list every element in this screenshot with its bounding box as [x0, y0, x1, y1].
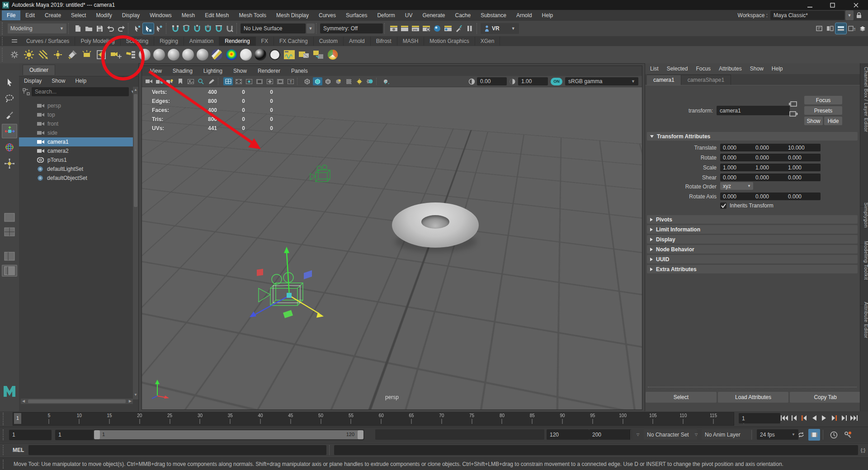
section-pivots[interactable]: Pivots [647, 215, 858, 224]
animation-preferences-icon[interactable] [808, 429, 820, 441]
outliner-item-pTorus1[interactable]: pTorus1 [19, 155, 133, 164]
ae-menu-attributes[interactable]: Attributes [715, 64, 746, 73]
time-preferences-clock-icon[interactable] [828, 429, 839, 440]
move-manipulator[interactable] [240, 179, 339, 324]
ambient-light-shelf-icon[interactable] [51, 47, 65, 62]
phong-e-sphere-shelf-icon[interactable] [195, 47, 210, 62]
range-handle-left[interactable] [94, 430, 100, 439]
manipulator-center[interactable] [287, 293, 292, 298]
menu-surfaces[interactable]: Surfaces [341, 10, 372, 20]
time-slider[interactable]: 1 51015202530354045505560657075808590951… [13, 412, 734, 426]
lambert-sphere-shelf-icon[interactable] [152, 47, 166, 62]
transform-name-field[interactable]: camera1 [717, 106, 790, 115]
presets-button[interactable]: Presets [804, 106, 842, 115]
shelf-tab-mash[interactable]: MASH [397, 37, 425, 46]
section-node-behavior[interactable]: Node Behavior [647, 245, 858, 254]
mel-input[interactable] [28, 445, 326, 455]
scroll-down-icon[interactable]: ▼ [134, 393, 137, 397]
dock-tab-attribute-editor[interactable]: Attribute Editor [860, 298, 868, 419]
textured-mode-icon[interactable] [323, 77, 333, 85]
use-background-shader-shelf-icon[interactable] [268, 47, 282, 62]
shelf-menu-icon[interactable] [12, 39, 18, 43]
safe-action-icon[interactable] [275, 77, 285, 85]
move-tool-button[interactable] [2, 124, 17, 138]
new-scene-icon[interactable] [72, 23, 83, 34]
hide-button[interactable]: Hide [824, 117, 842, 125]
rotate-axis-z-field[interactable]: 0.000 [785, 193, 821, 200]
pin-tab-icon[interactable] [789, 100, 798, 108]
color-management-toggle[interactable]: ON [551, 78, 562, 85]
rotate-tool-button[interactable] [2, 140, 17, 155]
phong-sphere-shelf-icon[interactable] [181, 47, 195, 62]
menu-cache[interactable]: Cache [450, 10, 476, 20]
outliner-vscrollbar[interactable]: ▲ ▼ [133, 87, 138, 400]
step-back-frame-button[interactable] [789, 413, 799, 423]
paint-effects-icon[interactable] [453, 23, 464, 34]
motion-blur-toggle-icon[interactable] [365, 77, 374, 85]
menu-set-selector[interactable]: Modeling▼ [7, 23, 67, 34]
shelf-tab-xgen[interactable]: XGen [475, 37, 500, 46]
redo-icon[interactable] [116, 23, 127, 34]
use-all-lights-icon[interactable] [334, 77, 343, 85]
image-plane-icon[interactable] [186, 77, 195, 85]
ae-menu-focus[interactable]: Focus [692, 64, 715, 73]
menu-mesh-display[interactable]: Mesh Display [271, 10, 314, 20]
shelf-tab-bifrost[interactable]: Bifrost [371, 37, 397, 46]
workspace-dropdown-arrow-icon[interactable]: ▼ [845, 10, 854, 20]
range-handle-right[interactable] [358, 430, 363, 439]
shelf-tab-animation[interactable]: Animation [184, 37, 219, 46]
snap-projected-center-icon[interactable] [203, 23, 213, 34]
plane-handle-green[interactable] [283, 310, 293, 318]
scroll-up-icon[interactable]: ▲ [134, 88, 137, 92]
ramp-shader-shelf-icon[interactable] [224, 47, 239, 62]
shadows-toggle-icon[interactable] [344, 77, 354, 85]
outliner-item-camera1[interactable]: camera1 [19, 137, 133, 146]
current-time-marker[interactable]: 1 [14, 413, 21, 424]
playback-start-field[interactable]: 1 [55, 430, 98, 440]
shear-z-field[interactable]: 0.000 [785, 174, 821, 181]
go-to-start-button[interactable] [779, 413, 789, 423]
snap-curve-icon[interactable] [181, 23, 192, 34]
scale-y-field[interactable]: 1.000 [753, 164, 788, 171]
safe-title-icon[interactable]: T [286, 77, 295, 85]
bookmark-icon[interactable] [175, 77, 185, 85]
translate-y-field[interactable]: 0.000 [753, 144, 788, 151]
undo-icon[interactable] [105, 23, 116, 34]
lasso-tool-button[interactable] [2, 91, 17, 106]
render-setup-icon[interactable] [443, 23, 453, 34]
ae-menu-list[interactable]: List [646, 64, 663, 73]
minimize-button[interactable] [798, 0, 821, 10]
menu-curves[interactable]: Curves [314, 10, 341, 20]
menu-mesh[interactable]: Mesh [177, 10, 200, 20]
rotate-z-field[interactable]: 0.000 [785, 154, 821, 161]
snap-point-icon[interactable] [192, 23, 203, 34]
menu-edit-mesh[interactable]: Edit Mesh [200, 10, 234, 20]
animation-end-field[interactable]: 200 [589, 429, 632, 440]
snap-view-plane-icon[interactable] [213, 23, 224, 34]
plane-handle-red[interactable] [257, 269, 263, 276]
shear-y-field[interactable]: 0.000 [753, 174, 788, 181]
range-slider-bar[interactable]: 1 120 [94, 430, 363, 439]
section-display[interactable]: Display [647, 235, 858, 244]
select-tool-button[interactable] [2, 75, 17, 89]
shaded-mode-icon[interactable] [313, 77, 322, 85]
step-back-key-button[interactable] [799, 413, 809, 423]
tool-settings-icon[interactable] [814, 23, 825, 34]
menu-edit[interactable]: Edit [20, 10, 40, 20]
select-hierarchy-icon[interactable] [132, 23, 143, 34]
maximize-button[interactable] [821, 0, 844, 10]
viewport-menu-renderer[interactable]: Renderer [252, 66, 286, 75]
rotate-y-field[interactable]: 0.000 [753, 154, 788, 161]
modeling-toolkit-toggle-icon[interactable]: T [846, 23, 857, 34]
plane-handle-blue[interactable] [304, 270, 312, 279]
menu-display[interactable]: Display [117, 10, 145, 20]
shelf-tab-motion-graphics[interactable]: Motion Graphics [424, 37, 475, 46]
layout-four-pane-button[interactable] [2, 226, 17, 238]
field-chart-icon[interactable] [265, 77, 274, 85]
transform-attributes-header[interactable]: Transform Attributes [647, 132, 858, 141]
shelf-tab-arnold[interactable]: Arnold [344, 37, 371, 46]
channel-box-toggle-icon[interactable] [835, 23, 846, 34]
rotate-order-dropdown-arrow-icon[interactable]: ▼ [745, 182, 753, 190]
outliner-item-top[interactable]: top [19, 110, 133, 119]
menu-file[interactable]: File [2, 10, 20, 20]
